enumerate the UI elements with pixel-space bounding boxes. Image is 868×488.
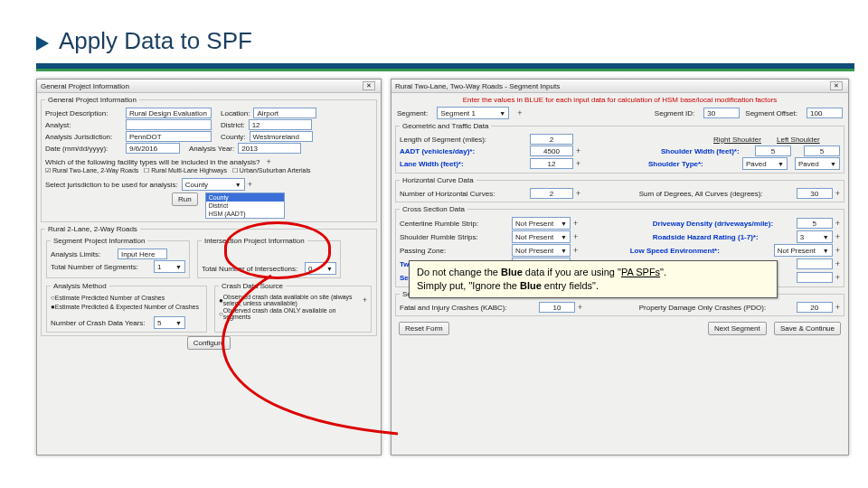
- run-button[interactable]: Run: [172, 192, 198, 206]
- passing-value: Not Present: [515, 247, 553, 255]
- help-icon[interactable]: +: [835, 259, 840, 268]
- select-jurisdiction[interactable]: County▼: [182, 178, 245, 191]
- select-crash-years[interactable]: 5▼: [154, 316, 185, 329]
- input-analyst[interactable]: [126, 119, 212, 130]
- legend-cross: Cross Section Data: [400, 205, 467, 213]
- label-pdo-crashes: Property Damage Only Crashes (PDO):: [639, 304, 793, 312]
- help-icon[interactable]: +: [363, 296, 367, 305]
- dialog1-title-text: General Project Information: [41, 82, 129, 90]
- help-icon[interactable]: +: [573, 246, 578, 255]
- callout-note: Do not change the Blue data if you are u…: [409, 260, 778, 298]
- select-sh-type-l[interactable]: Paved▼: [795, 157, 840, 170]
- help-icon[interactable]: +: [835, 189, 840, 198]
- select-passing[interactable]: Not Present▼: [512, 244, 571, 257]
- label-seg-id: Segment ID:: [655, 109, 694, 117]
- select-segment[interactable]: Segment 1▼: [437, 107, 509, 119]
- input-sh-width-r[interactable]: 5: [755, 145, 791, 156]
- next-segment-button[interactable]: Next Segment: [708, 322, 767, 335]
- input-project-desc[interactable]: Rural Design Evaluation: [126, 108, 212, 118]
- input-year[interactable]: 2013: [238, 143, 301, 154]
- input-jurisdiction[interactable]: PennDOT: [126, 131, 212, 142]
- cb1-label: Rural Two-Lane, 2-Way Roads: [52, 167, 138, 174]
- select-sh-type-r[interactable]: Paved▼: [742, 157, 788, 170]
- chevron-down-icon: ▼: [175, 320, 182, 326]
- help-icon[interactable]: +: [517, 108, 522, 117]
- input-district[interactable]: 12: [249, 119, 312, 130]
- select-total-segments[interactable]: 1▼: [154, 260, 185, 273]
- input-grade[interactable]: [797, 258, 833, 269]
- cb3-label: Urban/Suburban Arterials: [240, 167, 311, 174]
- legend-rural: Rural 2-Lane, 2-Way Roads: [45, 225, 140, 233]
- input-seg-offset[interactable]: 100: [807, 108, 843, 118]
- label-facility-question: Which of the following facility types wi…: [45, 158, 259, 166]
- input-pdo-crashes[interactable]: 20: [797, 302, 833, 313]
- group-general-project-info: General Project Information Project Desc…: [41, 96, 377, 222]
- help-icon[interactable]: +: [573, 232, 578, 241]
- help-icon[interactable]: +: [578, 303, 582, 312]
- input-length[interactable]: 2: [530, 134, 573, 145]
- close-icon[interactable]: ✕: [830, 81, 843, 90]
- list-item[interactable]: HSM (AADT): [206, 210, 284, 218]
- shT-r-value: Paved: [746, 160, 767, 168]
- input-date[interactable]: 9/6/2016: [126, 143, 180, 154]
- list-item[interactable]: District: [206, 202, 284, 210]
- configure-button[interactable]: Configure: [187, 336, 231, 350]
- help-icon[interactable]: +: [248, 180, 252, 189]
- help-icon[interactable]: +: [835, 219, 840, 228]
- dialog-general-project-info: General Project Information ✕ General Pr…: [36, 79, 382, 455]
- legend-geom: Geometric and Traffic Data: [400, 122, 491, 130]
- help-icon[interactable]: +: [576, 189, 580, 198]
- label-shoulder-type: Shoulder Type*:: [648, 160, 739, 168]
- input-driveway[interactable]: 5: [797, 218, 833, 229]
- help-icon[interactable]: +: [576, 159, 580, 168]
- jurisdiction-dropdown-list[interactable]: County District HSM (AADT): [205, 192, 285, 219]
- chevron-down-icon: ▼: [561, 221, 567, 227]
- input-seg-id[interactable]: 30: [703, 108, 740, 118]
- label-year: Analysis Year:: [189, 145, 234, 153]
- save-continue-button[interactable]: Save & Continue: [774, 322, 841, 335]
- label-jurisdiction: Analysis Jurisdiction:: [45, 133, 122, 141]
- label-analyst: Analyst:: [45, 121, 122, 129]
- input-location[interactable]: Airport: [253, 108, 316, 118]
- select-hazard[interactable]: 3▼: [797, 230, 833, 243]
- label-passing: Passing Zone:: [400, 247, 508, 255]
- callout-bold: Blue: [501, 267, 523, 277]
- label-location: Location:: [221, 109, 250, 117]
- input-analysis-limits[interactable]: Input Here: [118, 249, 167, 259]
- checkbox-rural-2lane[interactable]: ☑ Rural Two-Lane, 2-Way Roads: [45, 167, 138, 174]
- input-sum-degrees[interactable]: 30: [797, 188, 833, 199]
- hazard-value: 3: [800, 233, 804, 241]
- totalInt-value: 0: [308, 265, 312, 273]
- input-fi-crashes[interactable]: 10: [539, 302, 575, 313]
- input-num-curves[interactable]: 2: [530, 188, 573, 199]
- select-total-int[interactable]: 0▼: [305, 262, 336, 275]
- select-rumble[interactable]: Not Present▼: [512, 217, 571, 230]
- reset-form-button[interactable]: Reset Form: [399, 322, 449, 335]
- group-rural-2lane: Rural 2-Lane, 2-Way Roads Segment Projec…: [41, 225, 377, 336]
- checkbox-urban[interactable]: ☐ Urban/Suburban Arterials: [232, 167, 311, 174]
- help-icon[interactable]: +: [576, 146, 580, 155]
- sub-crash-data-source: Crash Data Source ● Observed crash data …: [214, 282, 372, 333]
- input-lane-width[interactable]: 12: [530, 158, 573, 169]
- help-icon[interactable]: +: [835, 232, 840, 241]
- help-icon[interactable]: +: [573, 219, 578, 228]
- select-side-rumble[interactable]: Not Present▼: [512, 230, 571, 243]
- label-total-segments: Total Number of Segments:: [51, 263, 150, 271]
- select-lowspeed[interactable]: Not Present▼: [774, 244, 833, 257]
- help-icon[interactable]: +: [835, 303, 840, 312]
- help-icon[interactable]: +: [266, 157, 270, 166]
- input-sh-width-l[interactable]: 5: [804, 145, 840, 156]
- close-icon[interactable]: ✕: [363, 81, 375, 90]
- label-juris-select: Select jurisdiction to be used for analy…: [45, 181, 178, 189]
- input-calibration[interactable]: [797, 272, 833, 283]
- input-aadt[interactable]: 4500: [530, 145, 573, 156]
- yearsV-value: 5: [157, 319, 161, 327]
- help-icon[interactable]: +: [835, 273, 840, 282]
- radio-obs1-label: Observed crash data available on site (a…: [223, 294, 356, 306]
- list-item-selected[interactable]: County: [206, 193, 284, 202]
- input-county[interactable]: Westmoreland: [250, 131, 313, 142]
- help-icon[interactable]: +: [835, 246, 840, 255]
- sub-analysis-method: Analysis Method ○ Estimate Predicted Num…: [46, 282, 207, 333]
- checkbox-rural-multi[interactable]: ☐ Rural Multi-Lane Highways: [144, 167, 227, 174]
- sub-intersection-info: Intersection Project Information Total N…: [197, 237, 341, 278]
